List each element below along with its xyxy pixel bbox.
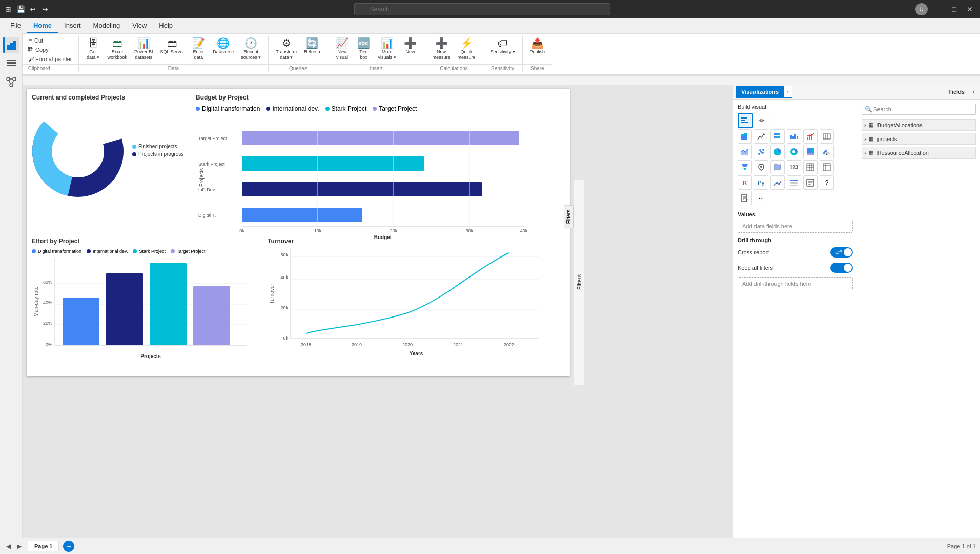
viz-combo[interactable] <box>803 129 818 144</box>
keep-filters-toggle[interactable] <box>830 263 853 273</box>
add-data-fields-zone[interactable]: Add data fields here <box>738 220 853 233</box>
values-label: Values <box>738 211 853 217</box>
fields-tab[interactable]: Fields <box>943 86 970 97</box>
refresh-button[interactable]: 🔄 Refresh <box>301 36 323 57</box>
new-visual-button[interactable]: 📈 Newvisual <box>332 36 353 63</box>
publish-button[interactable]: 📤 Publish <box>527 36 548 57</box>
viz-ribbon[interactable] <box>820 129 834 144</box>
sensitivity-button[interactable]: 🏷 Sensitivity ▾ <box>487 36 518 57</box>
viz-icon-pencil[interactable]: ✏ <box>754 113 769 128</box>
viz-icons-row0: ✏ <box>738 113 853 128</box>
viz-scatter[interactable] <box>754 145 768 159</box>
viz-python[interactable]: Py <box>754 175 768 190</box>
cross-report-thumb <box>844 248 852 256</box>
menu-view[interactable]: View <box>126 18 153 33</box>
close-button[interactable]: ✕ <box>964 4 976 14</box>
enter-data-button[interactable]: 📝 Enterdata <box>188 36 209 63</box>
cut-button[interactable]: ✂ Cut <box>26 36 74 45</box>
title-bar: ⊞ 💾 ↩ ↪ U — □ ✕ <box>0 0 980 18</box>
cross-report-toggle[interactable]: Off <box>830 247 853 258</box>
viz-table[interactable] <box>803 160 818 174</box>
get-data-button[interactable]: 🗄 Getdata ▾ <box>83 36 104 63</box>
resource-allocation-header[interactable]: › ▦ RessourceAllocation <box>862 147 976 159</box>
more-visuals-button[interactable]: 📊 Morevisuals ▾ <box>375 36 399 63</box>
add-page-button[interactable]: + <box>63 541 74 552</box>
viz-bar-stacked-h[interactable] <box>770 129 785 144</box>
insert-section: 📈 Newvisual 🔤 Textbox 📊 Morevisuals ▾ ➕ … <box>328 36 425 72</box>
viz-waterfall[interactable] <box>787 129 801 144</box>
viz-stacked-bar[interactable] <box>738 129 752 144</box>
redo-icon[interactable]: ↪ <box>41 5 49 13</box>
next-page-button[interactable]: ▶ <box>15 542 24 551</box>
viz-line[interactable] <box>754 129 768 144</box>
menu-file[interactable]: File <box>4 18 27 33</box>
menu-insert[interactable]: Insert <box>58 18 87 33</box>
viz-donut[interactable] <box>787 145 801 159</box>
viz-decomp[interactable] <box>770 175 785 190</box>
user-avatar[interactable]: U <box>915 3 928 15</box>
viz-map[interactable] <box>754 160 768 174</box>
menu-modeling[interactable]: Modeling <box>87 18 127 33</box>
undo-icon[interactable]: ↩ <box>29 5 37 13</box>
viz-area[interactable] <box>738 145 752 159</box>
filters-tab[interactable]: Filters <box>564 205 574 228</box>
recent-sources-button[interactable]: 🕐 Recentsources ▾ <box>238 36 264 63</box>
sql-button[interactable]: 🗃 SQL Server <box>157 36 188 57</box>
projects-header[interactable]: › ▦ projects <box>862 133 976 145</box>
search-input[interactable] <box>354 3 610 15</box>
svg-rect-43 <box>63 298 99 345</box>
viz-tab-container[interactable]: Visualizations › <box>736 86 792 98</box>
app-icon: ⊞ <box>4 5 12 13</box>
viz-r[interactable]: R <box>738 175 752 190</box>
budget-allocations-header[interactable]: › ▦ BudgetAllocations <box>862 119 976 131</box>
viz-treemap[interactable] <box>803 145 818 159</box>
data-section: 🗄 Getdata ▾ 🗃 Excelworkbook 📊 Power BIda… <box>79 36 269 72</box>
menu-home[interactable]: Home <box>27 18 58 33</box>
transform-data-button[interactable]: ⚙ Transformdata ▾ <box>273 36 300 63</box>
viz-smart-narrative[interactable] <box>803 175 818 190</box>
viz-paginated[interactable] <box>738 191 752 205</box>
excel-button[interactable]: 🗃 Excelworkbook <box>105 36 131 63</box>
svg-text:Digital T.: Digital T. <box>198 213 216 218</box>
viz-tab-chevron[interactable]: › <box>784 86 792 97</box>
data-view-icon[interactable] <box>3 55 19 72</box>
viz-slicer[interactable] <box>787 175 801 190</box>
visualizations-tab[interactable]: Visualizations <box>736 86 784 97</box>
save-icon[interactable]: 💾 <box>16 5 25 13</box>
maximize-button[interactable]: □ <box>949 4 959 14</box>
menu-help[interactable]: Help <box>153 18 179 33</box>
viz-more-options[interactable]: ··· <box>754 191 768 205</box>
calculations-label: Calculations <box>425 64 483 72</box>
copy-button[interactable]: ⿻ Copy <box>26 46 74 54</box>
excel-icon: 🗃 <box>112 38 122 48</box>
viz-filled-map[interactable] <box>770 160 785 174</box>
dataverse-button[interactable]: 🌐 Dataverse <box>210 36 237 57</box>
prev-page-button[interactable]: ◀ <box>4 542 13 551</box>
more-visuals-icon: 📊 <box>381 38 394 48</box>
svg-point-88 <box>759 149 761 151</box>
viz-funnel[interactable] <box>738 160 752 174</box>
viz-qna[interactable]: ? <box>820 175 834 190</box>
viz-icon-barh[interactable] <box>738 113 753 128</box>
model-view-icon[interactable] <box>3 74 19 90</box>
report-view-icon[interactable] <box>3 37 19 53</box>
panel-collapse-button[interactable]: ‹ <box>970 86 978 98</box>
viz-pie[interactable] <box>770 145 785 159</box>
new-measure-button[interactable]: ➕ Newmeasure <box>430 36 454 63</box>
dataverse-icon: 🌐 <box>217 38 230 48</box>
viz-kpi[interactable]: 123 <box>787 160 801 174</box>
page-1-tab[interactable]: Page 1 <box>28 541 59 551</box>
format-painter-button[interactable]: 🖌 Format painter <box>26 55 74 63</box>
quick-measure-button[interactable]: ⚡ Quickmeasure <box>455 36 479 63</box>
powerbi-datasets-button[interactable]: 📊 Power BIdatasets <box>131 36 156 63</box>
drill-fields-zone[interactable]: Add drill-through fields here <box>738 277 853 290</box>
minimize-button[interactable]: — <box>932 4 945 14</box>
svg-point-14 <box>52 125 104 177</box>
new-button[interactable]: ➕ New <box>400 36 421 57</box>
viz-matrix[interactable] <box>820 160 834 174</box>
text-box-button[interactable]: 🔤 Textbox <box>354 36 374 63</box>
filters-strip[interactable]: Filters <box>574 180 584 385</box>
fields-search-input[interactable] <box>862 104 976 115</box>
title-bar-left: ⊞ 💾 ↩ ↪ <box>4 5 49 13</box>
viz-gauge[interactable] <box>820 145 834 159</box>
